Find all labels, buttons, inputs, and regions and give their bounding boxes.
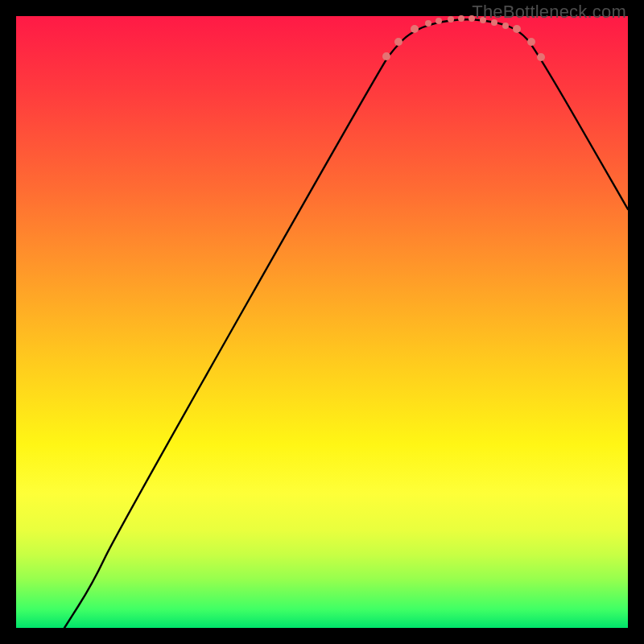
data-marker [411, 25, 419, 33]
plot-area [16, 16, 628, 628]
chart-frame: TheBottleneck.com [0, 0, 644, 644]
watermark-text: TheBottleneck.com [472, 2, 626, 23]
curve-line [64, 19, 628, 628]
data-marker [537, 53, 545, 61]
data-marker [382, 52, 390, 60]
data-marker [436, 18, 442, 24]
data-marker [513, 25, 521, 33]
data-marker [527, 38, 535, 46]
data-marker [458, 15, 464, 22]
data-marker [502, 23, 509, 29]
chart-svg [16, 16, 628, 628]
data-marker [425, 20, 431, 27]
data-marker [394, 38, 402, 46]
data-marker [448, 16, 454, 23]
